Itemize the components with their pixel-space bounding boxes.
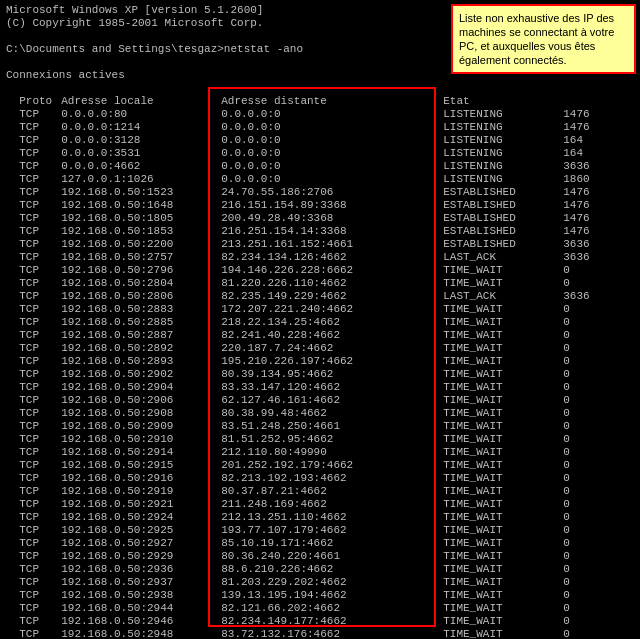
table-row: TCP192.168.0.50:2938139.13.195.194:4662T…	[6, 589, 634, 602]
table-row: TCP192.168.0.50:293688.6.210.226:4662TIM…	[6, 563, 634, 576]
table-row: TCP192.168.0.50:290662.127.46.161:4662TI…	[6, 394, 634, 407]
table-row: TCP192.168.0.50:1805200.49.28.49:3368EST…	[6, 212, 634, 225]
table-row: TCP192.168.0.50:290280.39.134.95:4662TIM…	[6, 368, 634, 381]
table-row: TCP192.168.0.50:290983.51.248.250:4661TI…	[6, 420, 634, 433]
table-row: TCP0.0.0.0:35310.0.0.0:0LISTENING164	[6, 147, 634, 160]
table-row: TCP192.168.0.50:2892220.187.7.24:4662TIM…	[6, 342, 634, 355]
table-row: TCP192.168.0.50:280682.235.149.229:4662L…	[6, 290, 634, 303]
table-row: TCP192.168.0.50:275782.234.134.126:4662L…	[6, 251, 634, 264]
table-row: TCP192.168.0.50:290483.33.147.120:4662TI…	[6, 381, 634, 394]
table-row: TCP192.168.0.50:294883.72.132.176:4662TI…	[6, 628, 634, 639]
table-row: TCP192.168.0.50:2925193.77.107.179:4662T…	[6, 524, 634, 537]
table-row: TCP0.0.0.0:31280.0.0.0:0LISTENING164	[6, 134, 634, 147]
table-row: TCP0.0.0.0:12140.0.0.0:0LISTENING1476	[6, 121, 634, 134]
tooltip-text: Liste non exhaustive des IP des machines…	[459, 12, 614, 66]
table-row: TCP192.168.0.50:292785.10.19.171:4662TIM…	[6, 537, 634, 550]
table-row: TCP192.168.0.50:1853216.251.154.14:3368E…	[6, 225, 634, 238]
table-row: TCP192.168.0.50:294682.234.149.177:4662T…	[6, 615, 634, 628]
table-row: TCP192.168.0.50:2914212.110.80:49990TIME…	[6, 446, 634, 459]
netstat-rows: TCP0.0.0.0:800.0.0.0:0LISTENING1476 TCP0…	[6, 108, 634, 639]
table-row: TCP0.0.0.0:800.0.0.0:0LISTENING1476	[6, 108, 634, 121]
table-row: TCP192.168.0.50:291682.213.192.193:4662T…	[6, 472, 634, 485]
table-row: TCP192.168.0.50:2883172.207.221.240:4662…	[6, 303, 634, 316]
table-row: TCP192.168.0.50:288782.241.40.228:4662TI…	[6, 329, 634, 342]
table-row: TCP192.168.0.50:292980.36.240.220:4661TI…	[6, 550, 634, 563]
column-headers: ProtoAdresse localeAdresse distanteEtat	[6, 95, 634, 108]
table-row: TCP0.0.0.0:46620.0.0.0:0LISTENING3636	[6, 160, 634, 173]
table-row: TCP192.168.0.50:1648216.151.154.89:3368E…	[6, 199, 634, 212]
table-row: TCP192.168.0.50:293781.203.229.202:4662T…	[6, 576, 634, 589]
table-row: TCP192.168.0.50:152324.70.55.186:2706EST…	[6, 186, 634, 199]
table-row: TCP192.168.0.50:291081.51.252.95:4662TIM…	[6, 433, 634, 446]
table-row: TCP192.168.0.50:290880.38.99.48:4662TIME…	[6, 407, 634, 420]
table-row: TCP192.168.0.50:280481.220.226.110:4662T…	[6, 277, 634, 290]
terminal-window: Microsoft Windows XP [version 5.1.2600] …	[0, 0, 640, 639]
table-row: TCP127.0.0.1:10260.0.0.0:0LISTENING1860	[6, 173, 634, 186]
table-row: TCP192.168.0.50:294482.121.66.202:4662TI…	[6, 602, 634, 615]
table-row: TCP192.168.0.50:2893195.210.226.197:4662…	[6, 355, 634, 368]
table-row: TCP192.168.0.50:2915201.252.192.179:4662…	[6, 459, 634, 472]
table-row: TCP192.168.0.50:2796194.146.226.228:6662…	[6, 264, 634, 277]
table-row: TCP192.168.0.50:2200213.251.161.152:4661…	[6, 238, 634, 251]
table-row: TCP192.168.0.50:2924212.13.251.110:4662T…	[6, 511, 634, 524]
table-row: TCP192.168.0.50:2921211.248.169:4662TIME…	[6, 498, 634, 511]
tooltip-box: Liste non exhaustive des IP des machines…	[451, 4, 636, 74]
table-row: TCP192.168.0.50:2885218.22.134.25:4662TI…	[6, 316, 634, 329]
table-row: TCP192.168.0.50:291980.37.87.21:4662TIME…	[6, 485, 634, 498]
